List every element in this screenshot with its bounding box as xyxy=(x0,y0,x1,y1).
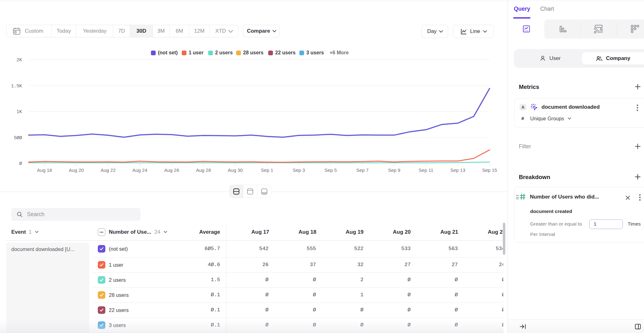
svg-text:Sep 7: Sep 7 xyxy=(356,167,369,173)
svg-text:Aug 24: Aug 24 xyxy=(132,167,147,173)
svg-text:Sep 1: Sep 1 xyxy=(261,167,273,173)
svg-text:Sep 15: Sep 15 xyxy=(482,167,497,173)
svg-text:Aug 26: Aug 26 xyxy=(164,167,179,173)
svg-text:Sep 11: Sep 11 xyxy=(419,167,433,173)
svg-text:5ØØ: 5ØØ xyxy=(14,135,22,140)
svg-text:1.5K: 1.5K xyxy=(11,84,22,89)
svg-text:2K: 2K xyxy=(17,57,22,63)
svg-text:Aug 30: Aug 30 xyxy=(228,167,243,173)
svg-text:Sep 5: Sep 5 xyxy=(325,167,337,173)
svg-text:Sep 3: Sep 3 xyxy=(293,167,305,173)
svg-text:Aug 18: Aug 18 xyxy=(37,167,52,173)
svg-text:Aug 22: Aug 22 xyxy=(101,167,116,173)
svg-text:Sep 9: Sep 9 xyxy=(388,167,400,173)
svg-text:Sep 13: Sep 13 xyxy=(450,167,465,173)
svg-text:1K: 1K xyxy=(17,109,22,114)
svg-text:Aug 20: Aug 20 xyxy=(69,167,84,173)
svg-text:Ø: Ø xyxy=(19,161,22,166)
svg-text:Aug 28: Aug 28 xyxy=(196,167,211,173)
